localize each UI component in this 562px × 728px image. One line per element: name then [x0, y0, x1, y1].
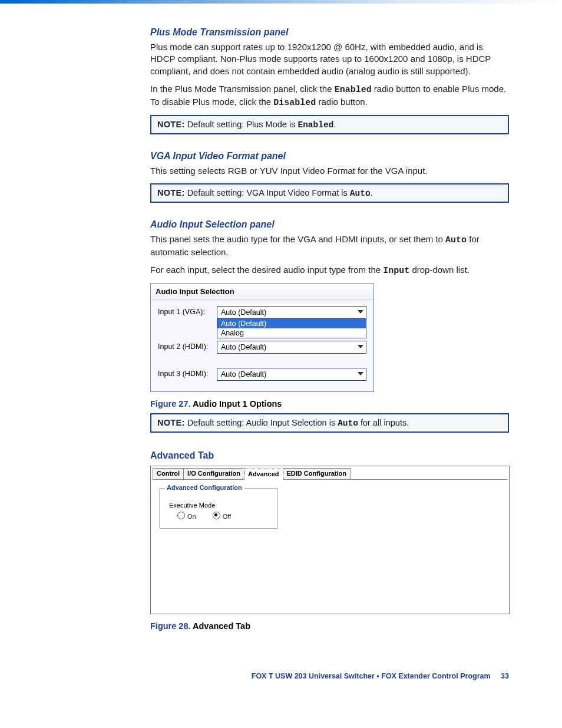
input1-option-list: Auto (Default) Analog: [217, 319, 366, 338]
input1-option-analog[interactable]: Analog: [217, 328, 366, 338]
tab-control[interactable]: Control: [153, 468, 184, 479]
figure-number: Figure 27.: [150, 399, 191, 409]
input3-row: Input 3 (HDMI): Auto (Default): [158, 368, 366, 381]
tab-io-configuration[interactable]: I/O Configuration: [183, 468, 244, 479]
note-text: for all inputs.: [358, 418, 409, 427]
input1-label: Input 1 (VGA):: [158, 306, 217, 316]
executive-mode-label: Executive Mode: [169, 502, 272, 509]
note-code: Auto: [338, 419, 358, 428]
panel-title: Audio Input Selection: [151, 284, 373, 300]
radio-off-wrap[interactable]: Off: [213, 511, 231, 520]
radio-on-label: On: [187, 513, 196, 520]
chevron-down-icon: [358, 345, 363, 348]
note-label: NOTE:: [157, 120, 185, 129]
input1-dropdown[interactable]: Auto (Default): [217, 306, 366, 319]
figure-number: Figure 28.: [150, 621, 191, 631]
text: This panel sets the audio type for the V…: [150, 234, 445, 244]
audio-paragraph-1: This panel sets the audio type for the V…: [150, 233, 509, 259]
heading-advanced-tab: Advanced Tab: [150, 450, 509, 461]
input2-value: Auto (Default): [221, 343, 266, 351]
tab-advanced[interactable]: Advanced: [244, 469, 283, 480]
text: For each input, select the desired audio…: [150, 265, 383, 275]
note-label: NOTE:: [157, 188, 185, 197]
note-text: Default setting: VGA Input Video Format …: [185, 188, 350, 197]
figure-27-caption: Figure 27. Audio Input 1 Options: [150, 399, 509, 409]
note-audio: NOTE: Default setting: Audio Input Selec…: [150, 413, 509, 433]
executive-mode-subgroup: Executive Mode On Off: [169, 502, 272, 520]
advanced-tab-screenshot: Control I/O Configuration Advanced EDID …: [150, 466, 510, 614]
note-text: Default setting: Plus Mode is: [185, 120, 298, 129]
panel-body: Input 1 (VGA): Auto (Default) Auto (Defa…: [151, 300, 373, 391]
code-input: Input: [383, 266, 409, 276]
input1-option-auto[interactable]: Auto (Default): [217, 319, 366, 328]
input2-row: Input 2 (HDMI): Auto (Default): [158, 341, 366, 354]
input3-label: Input 3 (HDMI):: [158, 368, 217, 378]
chevron-down-icon: [358, 372, 363, 375]
heading-audio-input: Audio Input Selection panel: [150, 219, 509, 230]
input2-dropdown[interactable]: Auto (Default): [217, 341, 366, 354]
radio-on-icon: [177, 512, 185, 519]
radio-on-wrap[interactable]: On: [177, 511, 196, 520]
note-text: .: [333, 120, 336, 129]
radio-off-label: Off: [223, 513, 231, 520]
figure-title: Audio Input 1 Options: [191, 399, 282, 409]
note-code: Auto: [350, 189, 371, 198]
code-auto: Auto: [445, 235, 467, 245]
vga-paragraph-1: This setting selects RGB or YUV Input Vi…: [150, 165, 509, 177]
plus-mode-paragraph-1: Plus mode can support rates up to 1920x1…: [150, 41, 509, 77]
footer-doc-title: FOX T USW 203 Universal Switcher • FOX E…: [252, 672, 491, 680]
tab-bar: Control I/O Configuration Advanced EDID …: [151, 466, 509, 479]
heading-plus-mode: Plus Mode Transmission panel: [150, 27, 509, 38]
note-code: Enabled: [297, 120, 333, 130]
footer-page-number: 33: [501, 672, 509, 680]
note-plus-mode: NOTE: Default setting: Plus Mode is Enab…: [150, 115, 509, 134]
executive-mode-options: On Off: [177, 511, 272, 520]
audio-paragraph-2: For each input, select the desired audio…: [150, 264, 509, 277]
page-top-gradient: [0, 0, 562, 4]
radio-off-icon: [213, 512, 220, 519]
tab-edid-configuration[interactable]: EDID Configuration: [283, 468, 351, 479]
code-disabled: Disabled: [273, 98, 316, 108]
input3-value: Auto (Default): [221, 370, 266, 378]
group-legend: Advanced Configuration: [164, 484, 244, 491]
tab-underline: [153, 479, 507, 480]
figure-title: Advanced Tab: [191, 621, 251, 631]
figure-28-caption: Figure 28. Advanced Tab: [150, 621, 509, 631]
audio-input-selection-panel: Audio Input Selection Input 1 (VGA): Aut…: [150, 283, 374, 392]
note-label: NOTE:: [157, 418, 185, 427]
text: radio button.: [316, 97, 368, 107]
input3-dropdown[interactable]: Auto (Default): [217, 368, 366, 381]
note-text: Default setting: Audio Input Selection i…: [185, 418, 338, 427]
page-footer: FOX T USW 203 Universal Switcher • FOX E…: [0, 672, 562, 698]
input1-dropdown-open[interactable]: Auto (Default) Auto (Default) Analog: [217, 306, 366, 338]
note-vga: NOTE: Default setting: VGA Input Video F…: [150, 183, 509, 203]
text: drop-down list.: [409, 265, 470, 275]
heading-vga-format: VGA Input Video Format panel: [150, 151, 509, 162]
advanced-configuration-group: Advanced Configuration Executive Mode On…: [159, 488, 278, 529]
input1-value: Auto (Default): [221, 308, 266, 317]
chevron-down-icon: [358, 310, 363, 314]
input1-row: Input 1 (VGA): Auto (Default) Auto (Defa…: [158, 306, 366, 338]
code-enabled: Enabled: [335, 85, 372, 95]
text: In the Plus Mode Transmission panel, cli…: [150, 84, 335, 94]
note-text: .: [371, 188, 373, 197]
input2-label: Input 2 (HDMI):: [158, 341, 217, 351]
plus-mode-paragraph-2: In the Plus Mode Transmission panel, cli…: [150, 83, 509, 110]
page-content: Plus Mode Transmission panel Plus mode c…: [0, 27, 562, 631]
